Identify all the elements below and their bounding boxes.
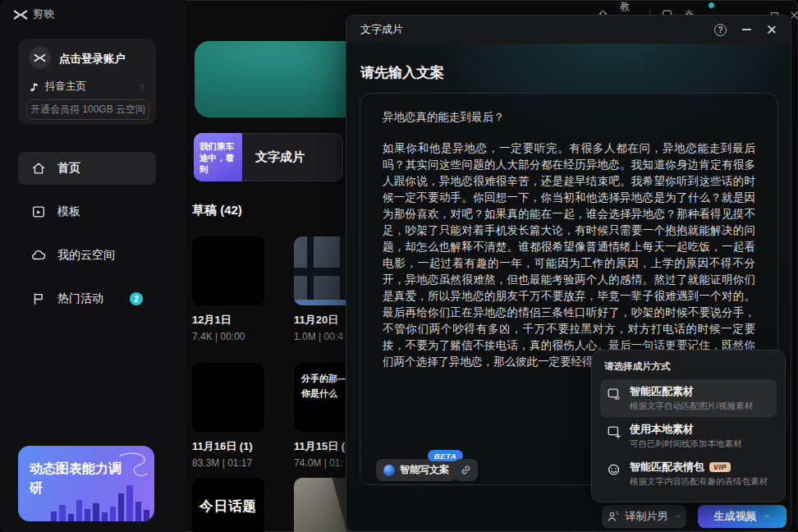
option-local-material[interactable]: 使用本地素材 可自己到时间线添加本地素材 <box>600 417 777 455</box>
text-to-video-label: 文字成片 <box>255 134 305 181</box>
vip-banner[interactable]: 开通会员得 100GB 云空间 <box>26 99 149 120</box>
promo-banner[interactable]: 动态图表能力调研 <box>18 446 154 521</box>
drafts-grid: 12月1日 7.4K | 00:00 11月20日 1.0M | 00:4 11… <box>192 236 366 532</box>
avatar <box>29 47 51 69</box>
vip-badge: VIP <box>709 462 731 472</box>
option-smart-match-sticker[interactable]: 智能匹配表情包 VIP 根据文字内容匹配有趣的表情包素材 <box>600 455 777 493</box>
app-window: 剪映 教程 点击登录账户 抖音主页 开通会员得 100GB 云空间 <box>0 0 798 532</box>
sidebar-item-label: 我的云空间 <box>57 248 115 263</box>
app-name: 剪映 <box>33 7 55 21</box>
voice-person-icon <box>607 510 620 523</box>
option-smart-match-material[interactable]: AI 智能匹配素材 根据文字自动匹配图片/视频素材 <box>600 379 777 417</box>
draft-stats: 7.4K | 00:00 <box>192 331 264 342</box>
draft-item[interactable]: 12月1日 7.4K | 00:00 <box>192 236 264 342</box>
text-to-video-thumb: 我们乘车途中，看到 <box>194 133 242 181</box>
option-desc: 可自己到时间线添加本地素材 <box>630 438 742 450</box>
insert-link-button[interactable] <box>454 459 478 481</box>
script-paragraph: 异地恋真的能走到最后？ <box>383 109 755 126</box>
dialog-minimize-button[interactable] <box>742 29 751 30</box>
mode-select-panel: 请选择成片方式 AI 智能匹配素材 根据文字自动匹配图片/视频素材 使用本地素材… <box>591 350 786 502</box>
sidebar-item-cloud-space[interactable]: 我的云空间 <box>18 239 156 272</box>
voice-select-label: 译制片男 <box>626 509 668 524</box>
capcut-logo-icon <box>13 9 28 21</box>
ai-material-icon: AI <box>607 387 621 401</box>
text-to-video-dialog: 文字成片 ? 请先输入文案 异地恋真的能走到最后？ 如果你和他是异地恋，一定要听… <box>346 15 791 532</box>
chevron-up-icon <box>763 512 771 521</box>
home-icon <box>31 161 46 176</box>
help-icon[interactable]: ? <box>714 24 727 36</box>
text-to-video-card[interactable]: 我们乘车途中，看到 文字成片 <box>194 133 343 181</box>
script-paragraph: 如果你和他是异地恋，一定要听完。有很多人都在问，异地恋能走到最后吗？其实问这些问… <box>383 140 755 370</box>
cloud-icon <box>31 248 46 263</box>
douyin-home-link[interactable]: 抖音主页 <box>30 80 146 94</box>
dialog-heading: 请先输入文案 <box>360 63 444 82</box>
option-title: 使用本地素材 <box>630 422 694 436</box>
chevron-down-icon <box>674 512 682 521</box>
dialog-body: 请先输入文案 异地恋真的能走到最后？ 如果你和他是异地恋，一定要听完。有很多人都… <box>346 44 791 531</box>
dialog-titlebar: 文字成片 ? <box>346 16 791 44</box>
sidebar-item-templates[interactable]: 模板 <box>18 195 156 228</box>
douyin-label: 抖音主页 <box>45 80 86 94</box>
link-icon <box>460 464 472 476</box>
voice-select-dropdown[interactable]: 译制片男 <box>602 505 686 528</box>
option-desc: 根据文字自动匹配图片/视频素材 <box>630 401 753 412</box>
smart-write-label: 智能写文案 <box>400 463 449 477</box>
svg-text:AI: AI <box>613 396 619 401</box>
draft-thumbnail[interactable]: 今日话题 微的爱情是永远不太被珍惜 <box>192 478 264 532</box>
chevron-right-icon <box>138 83 146 91</box>
sidebar-item-label: 首页 <box>57 161 80 176</box>
flag-icon <box>31 291 46 306</box>
local-material-icon <box>607 424 621 439</box>
sidebar-item-home[interactable]: 首页 <box>18 152 156 185</box>
sidebar-item-label: 模板 <box>57 204 80 219</box>
smart-write-button[interactable]: 智能写文案 BETA <box>376 459 456 481</box>
sidebar: 点击登录账户 抖音主页 开通会员得 100GB 云空间 首页 模板 我的云空间 … <box>0 0 186 532</box>
mode-panel-title: 请选择成片方式 <box>604 360 777 373</box>
window-close-button[interactable] <box>790 11 798 20</box>
generate-video-label: 生成视频 <box>714 509 757 524</box>
draft-item[interactable]: 11月16日 (1) 83.3M | 01:17 <box>192 363 264 469</box>
promo-title: 动态图表能力调研 <box>30 459 126 498</box>
draft-thumbnail[interactable] <box>192 363 264 432</box>
sidebar-item-hot-activities[interactable]: 热门活动 2 <box>18 282 156 315</box>
draft-title: 11月16日 (1) <box>192 439 264 454</box>
option-title: 智能匹配素材 <box>630 384 694 398</box>
draft-item[interactable]: 今日话题 微的爱情是永远不太被珍惜 <box>192 478 264 532</box>
option-title: 智能匹配表情包 <box>630 460 704 474</box>
app-logo: 剪映 <box>13 7 55 21</box>
generate-video-button[interactable]: 生成视频 <box>698 505 787 528</box>
sidebar-item-label: 热门活动 <box>57 291 103 306</box>
drafts-header: 草稿 (42) <box>192 203 242 218</box>
capcut-avatar-icon <box>34 53 46 62</box>
music-note-icon <box>30 81 39 92</box>
dialog-close-button[interactable] <box>767 25 777 34</box>
smiley-icon <box>607 462 621 477</box>
draft-title: 12月1日 <box>192 313 264 328</box>
ai-sphere-icon <box>383 465 395 476</box>
draft-overlay-title: 今日话题 <box>192 498 264 516</box>
notification-dot <box>709 2 714 8</box>
template-icon <box>31 204 46 219</box>
activity-count-badge: 2 <box>130 292 143 305</box>
dialog-title: 文字成片 <box>360 22 403 37</box>
login-card[interactable]: 点击登录账户 抖音主页 开通会员得 100GB 云空间 <box>18 39 156 125</box>
draft-thumbnail[interactable] <box>192 236 264 305</box>
draft-stats: 83.3M | 01:17 <box>192 457 264 469</box>
login-title[interactable]: 点击登录账户 <box>59 52 126 66</box>
option-desc: 根据文字内容匹配有趣的表情包素材 <box>630 476 768 488</box>
